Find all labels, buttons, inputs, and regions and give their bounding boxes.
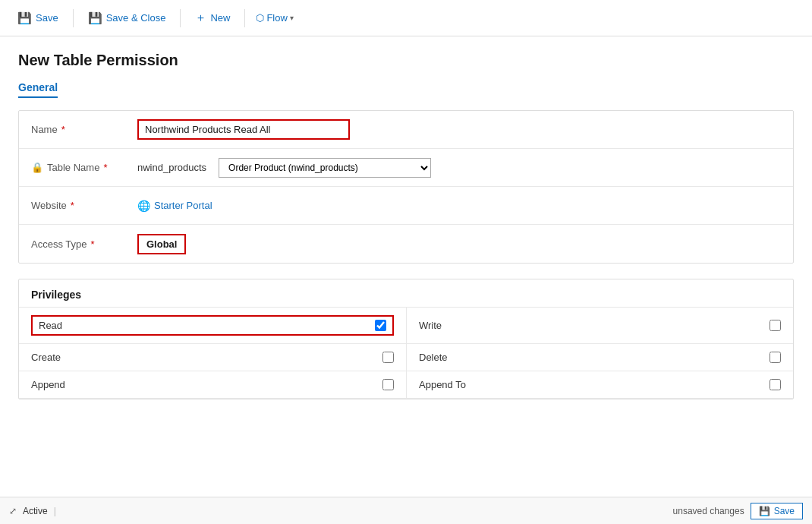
status-separator: |	[54, 506, 56, 516]
status-bar: ⤢ Active | unsaved changes 💾 Save	[0, 497, 812, 524]
append-row: Append	[19, 371, 406, 399]
read-row: Read	[19, 308, 406, 344]
write-checkbox[interactable]	[770, 320, 781, 331]
append-checkbox[interactable]	[382, 379, 394, 390]
read-checkbox[interactable]	[375, 320, 386, 331]
access-type-value: Global	[137, 234, 781, 254]
new-icon: ＋	[195, 11, 206, 25]
write-row: Write	[406, 308, 793, 344]
read-label: Read	[39, 320, 284, 331]
unsaved-changes-label: unsaved changes	[673, 506, 744, 516]
lock-icon: 🔒	[31, 162, 43, 173]
website-row: Website * 🌐 Starter Portal	[19, 187, 793, 225]
table-name-label: 🔒 Table Name *	[31, 162, 137, 173]
table-name-dropdown[interactable]: Order Product (nwind_products)	[219, 158, 431, 178]
new-button[interactable]: ＋ New	[187, 7, 238, 29]
status-right: unsaved changes 💾 Save	[673, 503, 803, 519]
append-to-row: Append To	[406, 371, 793, 399]
save-close-icon: 💾	[88, 11, 102, 25]
save-close-button[interactable]: 💾 Save & Close	[80, 8, 175, 29]
privileges-grid: Read Write Create Delete Append	[19, 308, 793, 399]
delete-label: Delete	[419, 352, 760, 363]
delete-row: Delete	[406, 344, 793, 371]
website-value: 🌐 Starter Portal	[137, 200, 781, 212]
save-icon: 💾	[17, 11, 32, 25]
delete-checkbox[interactable]	[770, 352, 781, 363]
flow-dropdown[interactable]: ⬡ Flow ▾	[251, 9, 297, 27]
name-required-star: *	[61, 124, 65, 135]
main-content: New Table Permission General Name * Nort…	[0, 36, 812, 497]
name-value: Northwind Products Read All	[137, 119, 781, 140]
toolbar: 💾 Save 💾 Save & Close ＋ New ⬡ Flow ▾	[0, 0, 812, 36]
privileges-title: Privileges	[19, 279, 793, 308]
expand-icon: ⤢	[9, 506, 17, 516]
website-label: Website *	[31, 200, 137, 211]
chevron-down-icon: ▾	[290, 14, 294, 22]
name-row: Name * Northwind Products Read All	[19, 111, 793, 149]
name-label: Name *	[31, 124, 137, 135]
new-label: New	[210, 12, 230, 24]
create-checkbox[interactable]	[382, 352, 394, 363]
page-title: New Table Permission	[18, 52, 794, 69]
access-type-row: Access Type * Global	[19, 225, 793, 263]
name-input[interactable]: Northwind Products Read All	[137, 119, 350, 140]
status-left: ⤢ Active |	[9, 506, 56, 516]
table-name-required-star: *	[103, 162, 107, 173]
flow-label: Flow	[266, 12, 287, 24]
status-active: Active	[23, 506, 48, 516]
table-name-value-container: nwind_products Order Product (nwind_prod…	[137, 158, 781, 178]
status-save-icon: 💾	[759, 506, 770, 516]
append-to-checkbox[interactable]	[770, 379, 781, 390]
write-label: Write	[419, 320, 760, 331]
append-label: Append	[31, 379, 373, 390]
table-name-value: nwind_products	[137, 162, 206, 173]
save-label: Save	[36, 12, 58, 24]
save-close-label: Save & Close	[106, 12, 166, 24]
tab-general[interactable]: General	[18, 81, 58, 98]
toolbar-separator-3	[244, 9, 245, 27]
website-required-star: *	[71, 200, 74, 211]
save-button[interactable]: 💾 Save	[9, 8, 67, 29]
access-type-box: Global	[137, 234, 186, 254]
flow-icon: ⬡	[256, 12, 264, 24]
append-to-label: Append To	[419, 379, 760, 390]
toolbar-separator-1	[73, 9, 74, 27]
create-label: Create	[31, 352, 373, 363]
access-type-required-star: *	[90, 238, 94, 250]
create-row: Create	[19, 344, 406, 371]
globe-icon: 🌐	[137, 200, 150, 212]
website-link[interactable]: 🌐 Starter Portal	[137, 200, 781, 212]
privileges-card: Privileges Read Write Create Dele	[18, 279, 794, 399]
status-save-label: Save	[774, 506, 795, 516]
toolbar-separator-2	[180, 9, 181, 27]
general-form-card: Name * Northwind Products Read All 🔒 Tab…	[18, 110, 794, 264]
table-name-row: 🔒 Table Name * nwind_products Order Prod…	[19, 149, 793, 187]
status-save-button[interactable]: 💾 Save	[751, 503, 803, 519]
access-type-label: Access Type *	[31, 238, 137, 250]
